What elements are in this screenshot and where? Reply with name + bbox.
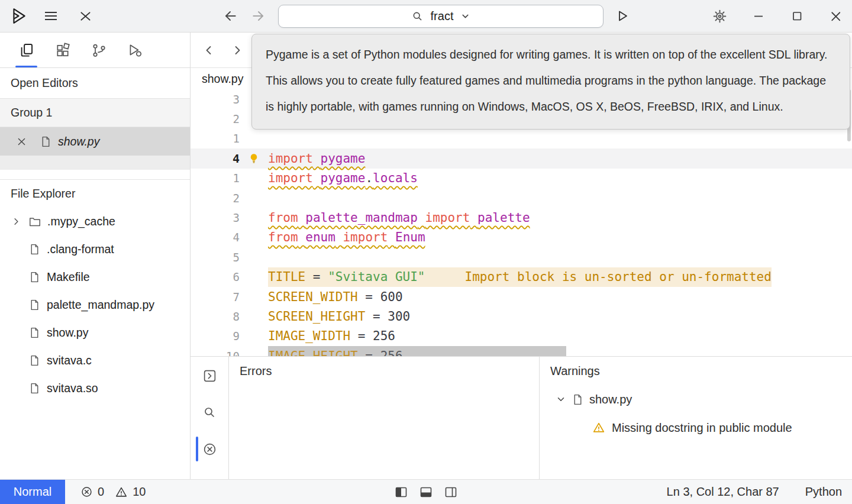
code-token (298, 230, 306, 244)
editor-group-label: Group 1 (11, 106, 52, 119)
search-input[interactable]: fract (431, 9, 454, 23)
warning-file-name: show.py (589, 393, 632, 406)
code-token: IMAGE_WIDTH (268, 329, 350, 343)
code-line[interactable]: 2 (191, 188, 852, 208)
active-panel-indicator (196, 437, 198, 461)
settings-gear-icon[interactable] (709, 0, 730, 32)
open-editor-item[interactable]: show.py (0, 127, 190, 156)
code-token (470, 211, 477, 225)
code-line[interactable]: 3from palette_mandmap import palette (191, 208, 852, 227)
code-line[interactable]: 9IMAGE_WIDTH = 256 (191, 327, 852, 346)
diagnostics-summary[interactable]: 0 10 (80, 485, 151, 499)
titlebar: fract (0, 0, 852, 33)
line-number: 3 (191, 93, 240, 106)
line-number: 2 (191, 112, 240, 125)
code-token: TITLE (268, 270, 305, 284)
tab-label: show.py (202, 72, 243, 85)
file-icon (28, 382, 41, 395)
mode-indicator[interactable]: Normal (0, 480, 65, 504)
tab-show-py[interactable]: show.py (202, 72, 243, 86)
code-line[interactable]: 4from enum import Enum (191, 228, 852, 247)
file-explorer-item[interactable]: palette_mandmap.py (0, 291, 190, 319)
source-control-icon[interactable] (80, 33, 117, 67)
code-text: IMAGE_WIDTH = 256 (268, 327, 852, 346)
code-token: "Svitava GUI" (328, 270, 425, 284)
file-tree-icon[interactable] (8, 33, 44, 67)
code-text: SCREEN_HEIGHT = 300 (268, 306, 852, 326)
debug-icon[interactable] (117, 33, 153, 67)
line-number: 6 (191, 270, 240, 283)
chevron-right-icon[interactable] (12, 217, 28, 226)
panel-icon-strip (191, 357, 229, 479)
code-line[interactable]: 8SCREEN_HEIGHT = 300 (191, 306, 852, 326)
file-explorer-item[interactable]: svitava.so (0, 374, 190, 402)
layout-bottom-icon[interactable] (418, 484, 434, 500)
cursor-position[interactable]: Ln 3, Col 12, Char 87 (667, 485, 779, 499)
layout-left-icon[interactable] (393, 484, 409, 500)
code-token: import (268, 171, 313, 185)
code-token (313, 171, 321, 185)
open-editors-header[interactable]: Open Editors (0, 68, 190, 99)
warning-file-row[interactable]: show.py (540, 385, 852, 413)
file-explorer-item[interactable]: show.py (0, 319, 190, 347)
code-text: TITLE = "Svitava GUI"Import block is un-… (268, 267, 852, 287)
editor-group-header[interactable]: Group 1 (0, 99, 190, 127)
layout-right-icon[interactable] (443, 484, 459, 500)
app-window: fract (0, 0, 852, 504)
code-token: 256 (373, 329, 395, 343)
panel-search-icon[interactable] (201, 404, 218, 421)
selection-highlight: IMAGE_HEIGHT = 256 (268, 346, 566, 356)
lightbulb-icon[interactable] (240, 153, 268, 164)
line-number: 2 (191, 192, 240, 205)
code-token: = (365, 309, 388, 324)
code-line[interactable]: 1import pygame.locals (191, 169, 852, 188)
chevron-down-icon[interactable] (460, 11, 470, 21)
panel-expand-icon[interactable] (201, 367, 218, 384)
open-editors-strip (0, 156, 190, 170)
file-explorer-item[interactable]: .clang-format (0, 235, 190, 263)
file-explorer-header[interactable]: File Explorer (0, 179, 190, 208)
command-palette[interactable]: fract (278, 5, 604, 28)
code-line[interactable]: 10IMAGE_HEIGHT = 256 (191, 346, 852, 356)
warning-count: 10 (133, 485, 146, 499)
file-explorer-item[interactable]: svitava.c (0, 347, 190, 374)
statusbar: Normal 0 10 Ln 3, Col 12, Char 87 Py (0, 479, 852, 504)
maximize-icon[interactable] (786, 0, 808, 32)
code-line[interactable]: 5 (191, 247, 852, 267)
code-text (268, 247, 852, 267)
code-line[interactable]: 4import pygame (191, 148, 852, 168)
code-line[interactable]: 1 (191, 129, 852, 148)
nav-back-icon[interactable] (220, 0, 241, 32)
code-line[interactable]: 7SCREEN_WIDTH = 600 (191, 287, 852, 306)
warning-item[interactable]: Missing docstring in public module (540, 413, 852, 442)
remote-connection-icon[interactable] (75, 0, 96, 32)
file-explorer-item[interactable]: Makefile (0, 263, 190, 291)
code-token: import (425, 211, 470, 225)
code-token: 256 (380, 349, 403, 356)
close-icon[interactable] (825, 0, 846, 32)
code-line[interactable]: 6TITLE = "Svitava GUI"Import block is un… (191, 267, 852, 287)
file-explorer-item[interactable]: .mypy_cache (0, 208, 190, 235)
language-indicator[interactable]: Python (805, 485, 842, 499)
code-text: SCREEN_WIDTH = 600 (268, 287, 852, 306)
error-count-icon (80, 486, 93, 498)
app-logo-icon (8, 0, 30, 32)
code-text: import pygame.locals (268, 169, 852, 188)
error-list-icon[interactable] (201, 441, 218, 457)
minimize-icon[interactable] (748, 0, 769, 32)
code-token: pygame (321, 151, 366, 166)
chevron-down-icon[interactable] (556, 394, 566, 405)
file-icon (40, 135, 52, 148)
extensions-icon[interactable] (44, 33, 80, 67)
editor-forward-icon[interactable] (230, 43, 245, 58)
warnings-title: Warnings (540, 357, 852, 385)
editor-back-icon[interactable] (201, 43, 217, 58)
menu-icon[interactable] (40, 0, 62, 32)
file-name: .mypy_cache (47, 215, 115, 228)
run-icon[interactable] (612, 0, 633, 32)
close-file-icon[interactable] (15, 135, 27, 147)
code-token: IMAGE_HEIGHT (268, 349, 358, 356)
code-token: 600 (380, 290, 403, 304)
code-token: from (268, 211, 298, 225)
nav-forward-icon[interactable] (248, 0, 269, 32)
